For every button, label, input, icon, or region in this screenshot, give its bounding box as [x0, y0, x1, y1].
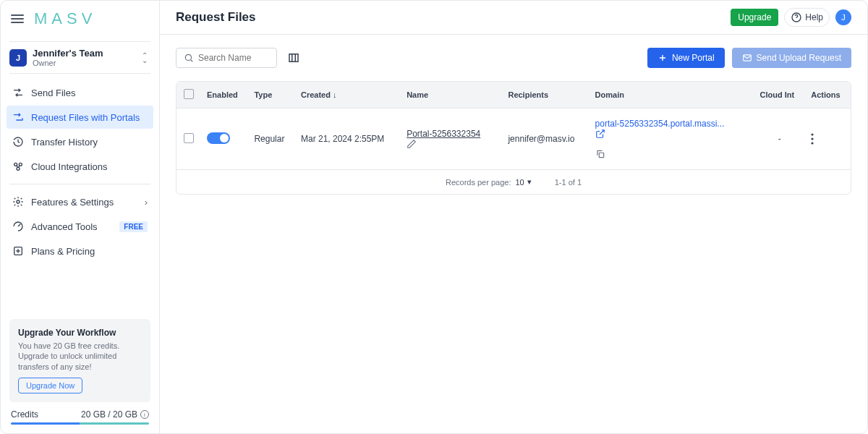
cell-type: Regular [248, 109, 295, 170]
col-domain[interactable]: Domain [590, 82, 754, 109]
cell-created: Mar 21, 2024 2:55PM [295, 109, 401, 170]
upgrade-title: Upgrade Your Workflow [18, 328, 142, 338]
page-range: 1-1 of 1 [555, 178, 582, 187]
col-recipients[interactable]: Recipients [502, 82, 589, 109]
external-link-icon[interactable] [595, 129, 749, 139]
col-name[interactable]: Name [401, 82, 502, 109]
select-all-checkbox[interactable] [184, 89, 194, 99]
svg-point-11 [812, 137, 814, 140]
col-type[interactable]: Type [248, 82, 295, 109]
nav-primary: Send Files Request Files with Portals Tr… [1, 74, 159, 178]
plans-icon [12, 245, 24, 257]
search-input[interactable] [198, 53, 269, 63]
cloud-icon [12, 161, 24, 172]
svg-point-3 [17, 200, 20, 203]
nav-label: Advanced Tools [31, 221, 98, 232]
svg-rect-9 [599, 153, 603, 157]
enabled-toggle[interactable] [207, 132, 230, 144]
copy-icon[interactable] [595, 149, 749, 159]
chevron-down-icon: ▾ [527, 177, 532, 187]
upgrade-button[interactable]: Upgrade [731, 9, 778, 26]
chevron-right-icon: › [145, 197, 148, 208]
main: Request Files Upgrade Help J New Portal [160, 1, 867, 433]
toolbar: New Portal Send Upload Request [160, 35, 867, 81]
nav-label: Transfer History [31, 137, 98, 148]
domain-link[interactable]: portal-5256332354.portal.massi... [595, 119, 725, 129]
nav-label: Features & Settings [31, 197, 114, 208]
mail-icon [742, 53, 752, 63]
gauge-icon [12, 221, 24, 232]
button-label: Send Upload Request [757, 53, 841, 63]
team-role: Owner [33, 59, 103, 67]
row-actions-menu[interactable] [811, 133, 845, 145]
col-cloud[interactable]: Cloud Int [754, 82, 805, 109]
upgrade-card: Upgrade Your Workflow You have 20 GB fre… [9, 319, 150, 402]
help-label: Help [805, 12, 823, 22]
svg-point-2 [17, 167, 20, 170]
new-portal-button[interactable]: New Portal [647, 48, 725, 68]
nav-label: Send Files [31, 88, 75, 98]
menu-icon[interactable] [11, 14, 24, 23]
brand-logo: MASV [34, 9, 96, 28]
nav-transfer-history[interactable]: Transfer History [7, 130, 153, 153]
nav-label: Plans & Pricing [31, 246, 95, 257]
nav-features-settings[interactable]: Features & Settings › [7, 190, 153, 213]
nav-secondary: Features & Settings › Advanced Tools FRE… [1, 190, 159, 263]
svg-rect-7 [289, 54, 298, 62]
free-badge: FREE [119, 221, 148, 232]
svg-point-12 [812, 142, 814, 144]
col-enabled[interactable]: Enabled [201, 82, 248, 109]
gear-icon [12, 196, 24, 208]
pagination: Records per page: 10 ▾ 1-1 of 1 [176, 170, 851, 194]
records-per-page-select[interactable]: 10 ▾ [515, 177, 531, 187]
nav-label: Cloud Integrations [31, 161, 108, 172]
svg-point-6 [185, 54, 191, 60]
nav-advanced-tools[interactable]: Advanced Tools FREE [7, 215, 153, 238]
team-name: Jennifer's Team [33, 48, 103, 59]
info-icon[interactable]: i [140, 410, 149, 419]
records-per-page-label: Records per page: [446, 178, 511, 187]
history-icon [12, 136, 24, 148]
svg-point-10 [812, 133, 814, 135]
portal-icon [12, 111, 24, 123]
portal-name-link[interactable]: Portal-5256332354 [407, 129, 480, 139]
upgrade-desc: You have 20 GB free credits. Upgrade to … [18, 341, 142, 372]
page-title: Request Files [176, 10, 256, 25]
portals-table: Enabled Type Created ↓ Name Recipients D… [176, 81, 851, 195]
search-icon [184, 53, 194, 63]
team-selector[interactable]: J Jennifer's Team Owner ⌃⌄ [9, 41, 150, 74]
row-checkbox[interactable] [184, 133, 194, 143]
user-avatar[interactable]: J [835, 9, 851, 25]
header: Request Files Upgrade Help J [160, 1, 867, 35]
credits-bar [11, 422, 149, 425]
send-upload-request-button[interactable]: Send Upload Request [732, 48, 851, 68]
nav-request-files[interactable]: Request Files with Portals [7, 106, 153, 129]
columns-icon[interactable] [287, 51, 300, 64]
search-box[interactable] [176, 48, 277, 68]
sidebar: MASV J Jennifer's Team Owner ⌃⌄ Send Fil… [1, 1, 160, 433]
help-button[interactable]: Help [784, 8, 830, 27]
cell-cloud: - [754, 109, 805, 170]
sort-desc-icon: ↓ [333, 90, 337, 99]
send-icon [12, 87, 24, 98]
unfold-icon: ⌃⌄ [142, 53, 148, 63]
team-avatar: J [9, 49, 27, 67]
help-icon [791, 12, 802, 23]
nav-plans-pricing[interactable]: Plans & Pricing [7, 239, 153, 263]
plus-icon [658, 53, 668, 63]
credits-value: 20 GB / 20 GB [81, 409, 137, 420]
upgrade-now-button[interactable]: Upgrade Now [18, 378, 82, 393]
table-header-row: Enabled Type Created ↓ Name Recipients D… [176, 82, 851, 109]
col-created[interactable]: Created ↓ [295, 82, 401, 109]
cell-recipients: jennifer@masv.io [502, 109, 589, 170]
nav-cloud-integrations[interactable]: Cloud Integrations [7, 155, 153, 178]
nav-label: Request Files with Portals [31, 112, 140, 123]
nav-send-files[interactable]: Send Files [7, 81, 153, 104]
edit-icon[interactable] [407, 139, 496, 149]
button-label: New Portal [672, 53, 715, 63]
table-row: Regular Mar 21, 2024 2:55PM Portal-52563… [176, 109, 851, 170]
credits-row: Credits 20 GB / 20 GB i [1, 409, 159, 422]
col-actions: Actions [805, 82, 851, 109]
credits-label: Credits [11, 409, 38, 420]
